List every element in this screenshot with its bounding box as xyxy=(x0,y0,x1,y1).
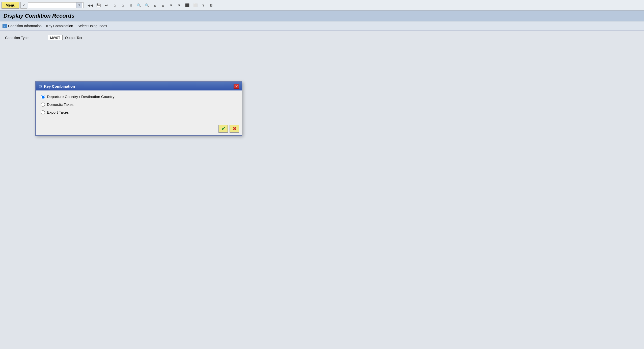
toolbar-grid2-btn[interactable]: ⬜ xyxy=(192,2,199,9)
checkmark-button[interactable]: ✓ xyxy=(20,2,27,9)
toolbar-down2-btn[interactable]: ▼ xyxy=(176,2,183,9)
toolbar-find2-btn[interactable]: 🔍 xyxy=(143,2,150,9)
command-field-wrap: ▼ xyxy=(28,2,83,8)
dialog-close-button[interactable]: ✕ xyxy=(234,84,239,89)
nav-bar: i Condition Information Key Combination … xyxy=(0,21,644,31)
radio-export-taxes-label[interactable]: Export Taxes xyxy=(47,110,69,114)
toolbar-up2-btn[interactable]: ▲ xyxy=(159,2,166,9)
modal-overlay: 🗂 Key Combination ✕ Departure Country / … xyxy=(0,31,644,348)
nav-condition-information[interactable]: i Condition Information xyxy=(3,24,42,28)
toolbar-home-btn[interactable]: ⌂ xyxy=(111,2,118,9)
toolbar-separator-1 xyxy=(85,2,85,8)
radio-export-taxes[interactable] xyxy=(41,110,45,114)
info-icon: i xyxy=(3,24,7,28)
command-input[interactable] xyxy=(28,3,76,7)
toolbar: Menu ✓ ▼ ◀◀ 💾 ↩ ⌂ ⌂ 🖨 🔍 🔍 ▲ ▲ ▼ ▼ ⬛ ⬜ ? … xyxy=(0,0,644,11)
page-title: Display Condition Records xyxy=(4,13,74,19)
toolbar-monitor-btn[interactable]: 🖥 xyxy=(208,2,215,9)
toolbar-print-btn[interactable]: 🖨 xyxy=(127,2,134,9)
dialog-title-left: 🗂 Key Combination xyxy=(38,84,75,88)
toolbar-up-btn[interactable]: ▲ xyxy=(151,2,158,9)
toolbar-grid-btn[interactable]: ⬛ xyxy=(184,2,191,9)
cancel-icon: ✖ xyxy=(233,126,236,132)
dialog-titlebar: 🗂 Key Combination ✕ xyxy=(36,82,242,90)
radio-departure-destination[interactable] xyxy=(41,95,45,99)
toolbar-find-btn[interactable]: 🔍 xyxy=(135,2,142,9)
toolbar-help-btn[interactable]: ? xyxy=(200,2,207,9)
dialog-footer: ✔ ✖ xyxy=(36,123,242,135)
toolbar-save-btn[interactable]: 💾 xyxy=(95,2,102,9)
menu-button[interactable]: Menu xyxy=(2,2,19,9)
nav-select-using-index-label: Select Using Index xyxy=(78,24,107,28)
key-combination-dialog: 🗂 Key Combination ✕ Departure Country / … xyxy=(35,81,242,136)
page-title-bar: Display Condition Records xyxy=(0,11,644,21)
dialog-title-icon: 🗂 xyxy=(38,84,42,88)
radio-domestic-taxes[interactable] xyxy=(41,103,45,107)
nav-key-combination[interactable]: Key Combination xyxy=(46,24,73,28)
command-dropdown-arrow[interactable]: ▼ xyxy=(76,3,82,8)
dialog-ok-button[interactable]: ✔ xyxy=(218,125,228,133)
nav-key-combination-label: Key Combination xyxy=(46,24,73,28)
content-area: Condition Type MWST Output Tax 🗂 Key Com… xyxy=(0,31,644,348)
radio-option-domestic-taxes: Domestic Taxes xyxy=(41,102,237,107)
dialog-cancel-button[interactable]: ✖ xyxy=(230,125,239,133)
toolbar-back-btn[interactable]: ◀◀ xyxy=(87,2,94,9)
toolbar-undo-btn[interactable]: ↩ xyxy=(103,2,110,9)
radio-option-departure-destination: Departure Country / Destination Country xyxy=(41,94,237,99)
nav-select-using-index[interactable]: Select Using Index xyxy=(78,24,107,28)
radio-domestic-taxes-label[interactable]: Domestic Taxes xyxy=(47,102,74,107)
toolbar-home2-btn[interactable]: ⌂ xyxy=(119,2,126,9)
radio-departure-destination-label[interactable]: Departure Country / Destination Country xyxy=(47,94,115,99)
radio-option-export-taxes: Export Taxes xyxy=(41,110,237,114)
dialog-title-text: Key Combination xyxy=(44,84,75,88)
dialog-divider xyxy=(41,118,237,118)
nav-condition-information-label: Condition Information xyxy=(8,24,42,28)
ok-icon: ✔ xyxy=(221,126,225,132)
dialog-body: Departure Country / Destination Country … xyxy=(36,90,242,123)
toolbar-down-btn[interactable]: ▼ xyxy=(167,2,175,9)
